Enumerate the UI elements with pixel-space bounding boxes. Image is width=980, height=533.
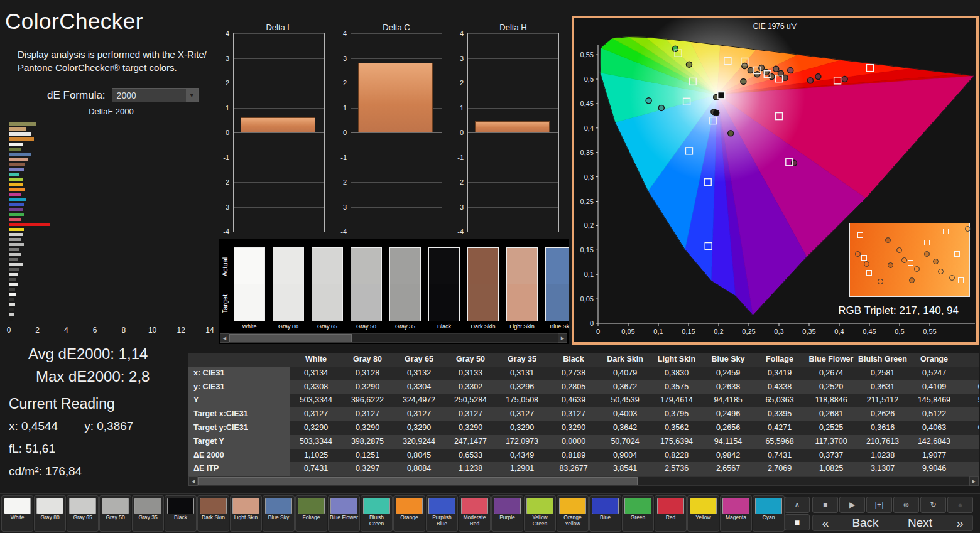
- axis-tick-label: 3: [226, 55, 229, 62]
- cie-measured-point: [759, 65, 765, 71]
- de-formula-dropdown[interactable]: 2000 ▼: [112, 88, 199, 102]
- deltae-bar: [9, 268, 19, 271]
- table-cell: 0,3308: [290, 380, 342, 394]
- back-chevrons-button[interactable]: «: [813, 516, 838, 530]
- cie-inset-measured-point: [896, 247, 902, 253]
- patch-button-blue-flower[interactable]: Blue Flower: [328, 495, 360, 532]
- patch-button-cyan[interactable]: Cyan: [753, 495, 785, 532]
- table-cell: 172,0973: [496, 435, 548, 449]
- patch-button-foliage[interactable]: Foliage: [295, 495, 327, 532]
- axis-tick-label: -3: [223, 203, 229, 211]
- patch-button-orange[interactable]: Orange: [393, 495, 425, 532]
- deltae-bar: [9, 193, 21, 196]
- patch-button-gray-50[interactable]: Gray 50: [99, 495, 131, 532]
- next-chevrons-button[interactable]: »: [947, 516, 972, 530]
- scrollbar-thumb[interactable]: [229, 334, 352, 342]
- table-header-cell: Light Skin: [651, 353, 702, 367]
- svg-text:0,1: 0,1: [584, 271, 594, 278]
- patch-button-red[interactable]: Red: [655, 495, 687, 532]
- current-reading-xy: x: 0,4544y: 0,3867: [9, 419, 133, 433]
- next-button[interactable]: Next: [893, 516, 947, 530]
- patch-swatch-icon: [624, 498, 651, 514]
- patch-button-white[interactable]: White: [1, 495, 33, 532]
- patch-button-dark-skin[interactable]: Dark Skin: [197, 495, 229, 532]
- cie-selected-target-point: [717, 92, 724, 99]
- scrollbar-track[interactable]: [198, 476, 969, 486]
- cie-measured-point: [782, 75, 788, 80]
- current-reading-label: Current Reading: [9, 396, 115, 412]
- strip-patch: Black: [425, 247, 464, 330]
- table-cell: 0,2656: [702, 421, 754, 435]
- collapse-up-button[interactable]: ∧: [785, 497, 810, 513]
- table-cell: 65,0363: [754, 394, 805, 407]
- patch-button-green[interactable]: Green: [622, 495, 654, 532]
- scroll-right-button[interactable]: ▶: [969, 476, 979, 486]
- deltae-bar: [9, 313, 14, 316]
- patch-button-magenta[interactable]: Magenta: [720, 495, 752, 532]
- patch-label: Gray 80: [269, 323, 308, 330]
- scroll-left-button[interactable]: ◀: [220, 333, 229, 343]
- patch-button-black[interactable]: Black: [165, 495, 197, 532]
- table-cell: 118,8846: [805, 394, 857, 407]
- cie-inset-measured-point: [901, 257, 907, 263]
- axis-tick-label: 0: [343, 129, 347, 136]
- patch-button-gray-35[interactable]: Gray 35: [132, 495, 164, 532]
- scroll-left-button[interactable]: ◀: [188, 476, 198, 486]
- svg-text:0,05: 0,05: [621, 328, 634, 335]
- patch-button-yellow[interactable]: Yellow: [687, 495, 719, 532]
- patch-label: Gray 50: [347, 323, 386, 330]
- patch-button-blue[interactable]: Blue: [589, 495, 621, 532]
- table-cell: 0,3642: [599, 421, 651, 435]
- delta-bar: [475, 121, 550, 132]
- patch-swatch-icon: [559, 498, 586, 514]
- patch-button-gray-80[interactable]: Gray 80: [34, 495, 66, 532]
- cie-measured-point: [842, 77, 847, 82]
- back-button[interactable]: Back: [838, 516, 893, 530]
- patch-button-orange-yellow[interactable]: Orange Yellow: [557, 495, 589, 532]
- play-button[interactable]: ▶: [839, 497, 865, 513]
- patch-label: Blue Sky: [542, 323, 569, 330]
- table-cell: 0,3127: [445, 407, 496, 421]
- cie-inset-measured-point: [949, 275, 955, 281]
- deltae-bar: [9, 228, 24, 231]
- patch-button-blue-sky[interactable]: Blue Sky: [263, 495, 295, 532]
- single-measure-button[interactable]: [+]: [866, 497, 892, 513]
- deltae-bar: [9, 223, 50, 226]
- pattern-window-button[interactable]: ■: [785, 514, 810, 530]
- target-label: Target: [221, 294, 229, 314]
- continuous-measure-button[interactable]: ∞: [893, 497, 919, 513]
- axis-tick-label: 3: [343, 55, 347, 62]
- patch-button-bluish-green[interactable]: Bluish Green: [361, 495, 393, 532]
- patch-button-light-skin[interactable]: Light Skin: [230, 495, 262, 532]
- table-scrollbar[interactable]: ◀ ▶: [188, 476, 979, 486]
- table-cell: 0,3290: [393, 421, 445, 435]
- table-cell: 0,3395: [754, 407, 805, 421]
- max-de2000: Max dE2000: 2,8: [36, 368, 150, 385]
- record-button[interactable]: ●: [947, 497, 973, 513]
- patch-button-gray-65[interactable]: Gray 65: [67, 495, 99, 532]
- delta-bar: [358, 63, 433, 132]
- table-cell: 0,2626: [857, 407, 908, 421]
- patch-button-yellow-green[interactable]: Yellow Green: [524, 495, 556, 532]
- table-header-cell: Gray 50: [445, 353, 496, 367]
- table-cell: 0,2738: [548, 367, 599, 380]
- scroll-right-button[interactable]: ▶: [558, 333, 567, 343]
- table-cell: 0,8189: [548, 449, 599, 463]
- table-cell: 0,3795: [651, 407, 702, 421]
- refresh-button[interactable]: ↻: [920, 497, 946, 513]
- actual-swatch: [390, 248, 420, 284]
- strip-scrollbar[interactable]: ◀ ▶: [220, 333, 567, 343]
- patch-button-purplish-blue[interactable]: Purplish Blue: [426, 495, 458, 532]
- cie-measured-point: [773, 66, 779, 72]
- patch-button-moderate-red[interactable]: Moderate Red: [459, 495, 491, 532]
- deltae-bar: [9, 122, 36, 126]
- table-cell: 210,7613: [857, 435, 908, 449]
- patch-button-purple[interactable]: Purple: [491, 495, 523, 532]
- table-cell: 0,4079: [599, 367, 651, 380]
- table-cell: 250,5284: [445, 394, 496, 407]
- stop-button[interactable]: ■: [812, 497, 838, 513]
- scrollbar-thumb[interactable]: [198, 477, 638, 485]
- scrollbar-track[interactable]: [229, 333, 558, 343]
- patch-button-label: White: [2, 515, 33, 521]
- table-cell: 0,18: [960, 380, 979, 394]
